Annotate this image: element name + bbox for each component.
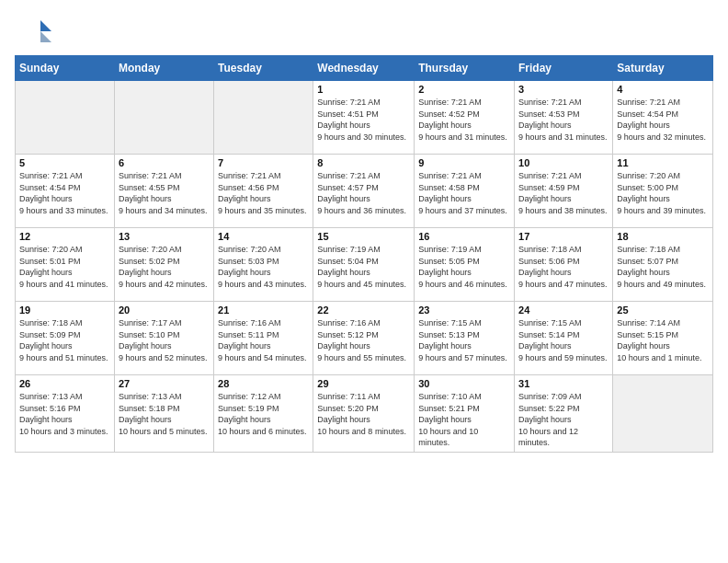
day-number: 9 [418,157,510,168]
calendar-wrapper: SundayMondayTuesdayWednesdayThursdayFrid… [0,55,728,467]
day-number: 5 [19,157,110,168]
day-info: Sunrise: 7:18 AMSunset: 5:07 PMDaylight … [617,244,709,290]
calendar-cell [214,81,313,155]
calendar-cell: 12Sunrise: 7:20 AMSunset: 5:01 PMDayligh… [16,228,115,302]
day-number: 22 [317,304,410,316]
day-number: 20 [119,304,210,316]
calendar-cell: 22Sunrise: 7:16 AMSunset: 5:12 PMDayligh… [313,302,415,375]
day-info: Sunrise: 7:21 AMSunset: 4:53 PMDaylight … [518,97,609,143]
day-info: Sunrise: 7:16 AMSunset: 5:12 PMDaylight … [317,317,410,363]
day-info: Sunrise: 7:13 AMSunset: 5:18 PMDaylight … [119,391,210,437]
header [0,0,728,55]
weekday-header-friday: Friday [515,56,613,81]
day-info: Sunrise: 7:18 AMSunset: 5:09 PMDaylight … [19,317,110,363]
day-number: 31 [518,378,609,389]
week-row-5: 26Sunrise: 7:13 AMSunset: 5:16 PMDayligh… [16,375,713,453]
day-info: Sunrise: 7:19 AMSunset: 5:04 PMDaylight … [317,244,410,290]
calendar-cell: 13Sunrise: 7:20 AMSunset: 5:02 PMDayligh… [114,228,213,302]
week-row-3: 12Sunrise: 7:20 AMSunset: 5:01 PMDayligh… [16,228,713,302]
calendar-cell: 25Sunrise: 7:14 AMSunset: 5:15 PMDayligh… [613,302,713,375]
calendar-cell: 31Sunrise: 7:09 AMSunset: 5:22 PMDayligh… [515,375,613,453]
day-number: 1 [317,84,410,95]
weekday-header-tuesday: Tuesday [214,56,313,81]
weekday-header-sunday: Sunday [16,56,115,81]
calendar-cell: 10Sunrise: 7:21 AMSunset: 4:59 PMDayligh… [515,155,613,228]
calendar-cell: 4Sunrise: 7:21 AMSunset: 4:54 PMDaylight… [613,81,713,155]
calendar-cell: 24Sunrise: 7:15 AMSunset: 5:14 PMDayligh… [515,302,613,375]
week-row-1: 1Sunrise: 7:21 AMSunset: 4:51 PMDaylight… [16,81,713,155]
calendar-cell: 17Sunrise: 7:18 AMSunset: 5:06 PMDayligh… [515,228,613,302]
calendar-table: SundayMondayTuesdayWednesdayThursdayFrid… [15,55,713,453]
day-number: 8 [317,157,410,168]
calendar-cell: 26Sunrise: 7:13 AMSunset: 5:16 PMDayligh… [16,375,115,453]
day-number: 16 [418,231,510,242]
day-number: 18 [617,231,709,242]
calendar-cell: 20Sunrise: 7:17 AMSunset: 5:10 PMDayligh… [114,302,213,375]
calendar-cell: 9Sunrise: 7:21 AMSunset: 4:58 PMDaylight… [415,155,515,228]
calendar-cell: 1Sunrise: 7:21 AMSunset: 4:51 PMDaylight… [313,81,415,155]
day-info: Sunrise: 7:15 AMSunset: 5:13 PMDaylight … [418,317,510,363]
day-number: 27 [119,378,210,389]
calendar-cell: 18Sunrise: 7:18 AMSunset: 5:07 PMDayligh… [613,228,713,302]
day-number: 12 [19,231,110,242]
week-row-2: 5Sunrise: 7:21 AMSunset: 4:54 PMDaylight… [16,155,713,228]
day-number: 25 [617,304,709,316]
calendar-cell [16,81,115,155]
calendar-cell: 15Sunrise: 7:19 AMSunset: 5:04 PMDayligh… [313,228,415,302]
calendar-cell: 14Sunrise: 7:20 AMSunset: 5:03 PMDayligh… [214,228,313,302]
day-number: 15 [317,231,410,242]
calendar-cell: 3Sunrise: 7:21 AMSunset: 4:53 PMDaylight… [515,81,613,155]
day-number: 17 [518,231,609,242]
day-number: 10 [518,157,609,168]
day-info: Sunrise: 7:20 AMSunset: 5:03 PMDaylight … [218,244,309,290]
calendar-cell: 7Sunrise: 7:21 AMSunset: 4:56 PMDaylight… [214,155,313,228]
day-number: 6 [119,157,210,168]
calendar-cell: 21Sunrise: 7:16 AMSunset: 5:11 PMDayligh… [214,302,313,375]
day-number: 3 [518,84,609,95]
weekday-header-monday: Monday [114,56,213,81]
calendar-cell: 27Sunrise: 7:13 AMSunset: 5:18 PMDayligh… [114,375,213,453]
calendar-cell: 6Sunrise: 7:21 AMSunset: 4:55 PMDaylight… [114,155,213,228]
day-number: 7 [218,157,309,168]
day-number: 11 [617,157,709,168]
day-number: 2 [418,84,510,95]
day-info: Sunrise: 7:13 AMSunset: 5:16 PMDaylight … [19,391,110,437]
day-info: Sunrise: 7:21 AMSunset: 4:54 PMDaylight … [19,170,110,216]
day-number: 21 [218,304,309,316]
day-info: Sunrise: 7:19 AMSunset: 5:05 PMDaylight … [418,244,510,290]
calendar-cell [613,375,713,453]
day-info: Sunrise: 7:09 AMSunset: 5:22 PMDaylight … [518,391,609,449]
calendar-cell: 19Sunrise: 7:18 AMSunset: 5:09 PMDayligh… [16,302,115,375]
calendar-cell [114,81,213,155]
calendar-cell: 16Sunrise: 7:19 AMSunset: 5:05 PMDayligh… [415,228,515,302]
day-number: 19 [19,304,110,316]
day-number: 4 [617,84,709,95]
day-info: Sunrise: 7:21 AMSunset: 4:52 PMDaylight … [418,97,510,143]
day-info: Sunrise: 7:20 AMSunset: 5:00 PMDaylight … [617,170,709,216]
day-info: Sunrise: 7:21 AMSunset: 4:57 PMDaylight … [317,170,410,216]
calendar-cell: 8Sunrise: 7:21 AMSunset: 4:57 PMDaylight… [313,155,415,228]
day-number: 23 [418,304,510,316]
day-number: 24 [518,304,609,316]
day-info: Sunrise: 7:11 AMSunset: 5:20 PMDaylight … [317,391,410,437]
day-info: Sunrise: 7:12 AMSunset: 5:19 PMDaylight … [218,391,309,437]
day-info: Sunrise: 7:17 AMSunset: 5:10 PMDaylight … [119,317,210,363]
logo-icon [22,15,55,48]
calendar-cell: 30Sunrise: 7:10 AMSunset: 5:21 PMDayligh… [415,375,515,453]
weekday-header-wednesday: Wednesday [313,56,415,81]
day-info: Sunrise: 7:21 AMSunset: 4:56 PMDaylight … [218,170,309,216]
logo [22,15,59,48]
day-info: Sunrise: 7:16 AMSunset: 5:11 PMDaylight … [218,317,309,363]
day-number: 26 [19,378,110,389]
day-info: Sunrise: 7:21 AMSunset: 4:54 PMDaylight … [617,97,709,143]
day-info: Sunrise: 7:15 AMSunset: 5:14 PMDaylight … [518,317,609,363]
calendar-cell: 5Sunrise: 7:21 AMSunset: 4:54 PMDaylight… [16,155,115,228]
day-info: Sunrise: 7:10 AMSunset: 5:21 PMDaylight … [418,391,510,449]
weekday-header-row: SundayMondayTuesdayWednesdayThursdayFrid… [16,56,713,81]
day-info: Sunrise: 7:21 AMSunset: 4:51 PMDaylight … [317,97,410,143]
day-info: Sunrise: 7:20 AMSunset: 5:02 PMDaylight … [119,244,210,290]
calendar-cell: 11Sunrise: 7:20 AMSunset: 5:00 PMDayligh… [613,155,713,228]
day-info: Sunrise: 7:18 AMSunset: 5:06 PMDaylight … [518,244,609,290]
day-number: 30 [418,378,510,389]
day-info: Sunrise: 7:21 AMSunset: 4:58 PMDaylight … [418,170,510,216]
